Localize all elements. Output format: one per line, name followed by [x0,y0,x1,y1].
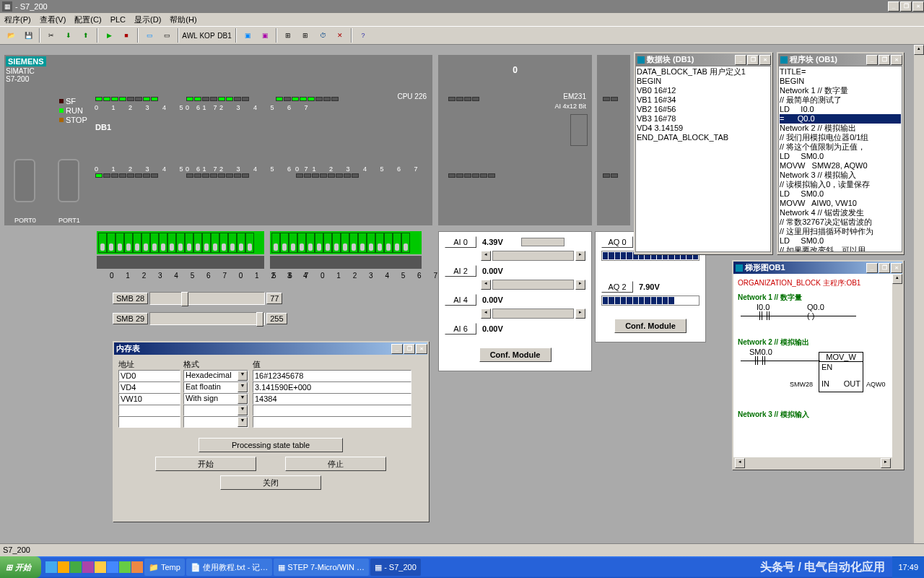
ob1-min[interactable]: _ [866,55,878,65]
memtable-min[interactable]: _ [391,344,403,354]
ai0-right[interactable]: ▸ [575,251,585,261]
menu-view[interactable]: 查看(V) [35,14,71,25]
terminal-strip-2[interactable]: for(let i=0;i<16;i++)document.write('<di… [270,231,422,254]
ql-6-icon[interactable] [107,561,118,573]
val-0[interactable] [253,370,411,381]
db1-close[interactable]: × [759,55,771,65]
conf-module-ai[interactable]: Conf. Module [479,348,552,362]
tool-block1-icon[interactable]: ▣ [240,27,256,43]
addr-0[interactable] [118,370,180,381]
ai4-right[interactable]: ▸ [575,309,585,319]
terminal-strip-1[interactable]: for(let i=0;i<18;i++)document.write('<di… [97,231,264,254]
ql-8-icon[interactable] [131,561,143,573]
port1[interactable] [58,159,79,202]
conf-module-aq[interactable]: Conf. Module [614,319,687,333]
ql-3-icon[interactable] [70,561,82,573]
ladder-titlebar[interactable]: 梯形图OB1 _❐× [733,262,902,274]
tool-stop-icon[interactable]: ■ [118,27,134,43]
tool-module1-icon[interactable]: ▭ [141,27,157,43]
ladder-vscroll[interactable]: ▴ [892,274,902,458]
db1-min[interactable]: _ [735,55,746,65]
memtable-max[interactable]: ❐ [404,344,415,354]
tool-open-icon[interactable]: 📂 [3,27,19,43]
fmt-2-dd[interactable]: ▼ [237,394,248,404]
tool-help-icon[interactable]: ? [355,27,371,43]
ai4-left[interactable]: ◂ [481,309,491,319]
ladder-close[interactable]: × [891,263,902,273]
tool-clock-icon[interactable]: ⏱ [315,27,331,43]
ob1-close[interactable]: × [891,55,902,65]
tool-db1[interactable]: DB1 [217,27,232,43]
ladder-max[interactable]: ❐ [879,263,890,273]
systray[interactable]: 17:49 [892,556,924,578]
val-1[interactable] [253,381,411,393]
menu-display[interactable]: 显示(D) [130,14,165,25]
fmt-3-dd[interactable]: ▼ [237,405,248,415]
task-temp[interactable]: 📁Temp [144,558,185,576]
addr-2[interactable] [118,393,180,405]
addr-4[interactable] [118,416,180,428]
ql-ie-icon[interactable] [45,561,57,573]
menu-plc[interactable]: PLC [106,15,130,24]
ladder-canvas[interactable]: ORGANIZATION_BLOCK 主程序:OB1 Network 1 // … [733,274,902,457]
tool-module2-icon[interactable]: ▭ [159,27,175,43]
tool-block2-icon[interactable]: ▣ [257,27,273,43]
ql-7-icon[interactable] [119,561,131,573]
tool-table-del-icon[interactable]: ⊞ [297,27,313,43]
ob1-code[interactable]: TITLE=BEGINNetwork 1 // 数字量// 最简单的测试了LD … [778,66,902,252]
task-s7200[interactable]: ▦- S7_200 [370,558,421,576]
ob1-titlebar[interactable]: 程序块 (OB1) _❐× [778,53,902,66]
ai2-left[interactable]: ◂ [481,280,491,290]
db1-code[interactable]: DATA_BLOCK_TAB 用户定义1BEGINVB0 16#12VB1 16… [635,66,771,252]
minimize-button[interactable]: _ [888,1,899,12]
menu-help[interactable]: 帮助(H) [165,14,201,25]
ladder-hscroll[interactable]: ◂▸ [735,458,891,468]
val-4[interactable] [253,416,411,428]
stop-button[interactable]: 停止 [285,457,386,471]
ql-2-icon[interactable] [58,561,69,573]
ladder-min[interactable]: _ [866,263,878,273]
smb28-slider[interactable] [149,292,265,305]
start-button[interactable]: ⊞开始 [0,556,41,578]
fmt-4-dd[interactable]: ▼ [237,417,248,427]
tool-awl[interactable]: AWL [182,27,198,43]
maximize-button[interactable]: ❐ [900,1,912,12]
menu-config[interactable]: 配置(C) [70,14,105,25]
process-state-button[interactable]: Processing state table [199,438,343,452]
ql-4-icon[interactable] [82,561,94,573]
ql-5-icon[interactable] [95,561,106,573]
port0[interactable] [14,159,35,202]
task-step7[interactable]: ▦STEP 7-Micro/WIN … [274,558,369,576]
fmt-0[interactable]: Hexadecimal [184,371,237,381]
db1-titlebar[interactable]: 数据块 (DB1) _❐× [635,53,771,66]
smb29-slider[interactable] [149,312,265,325]
tool-table1-icon[interactable]: ⊞ [280,27,296,43]
menu-program[interactable]: 程序(P) [0,14,35,25]
ai2-right[interactable]: ▸ [575,280,585,290]
ai0-scroll[interactable] [521,238,565,246]
ob1-max[interactable]: ❐ [879,55,890,65]
fmt-0-dd[interactable]: ▼ [237,371,248,381]
tool-upload-icon[interactable]: ⬆ [78,27,94,43]
tool-download-icon[interactable]: ⬇ [61,27,77,43]
db1-max[interactable]: ❐ [747,55,759,65]
memtable-close[interactable]: × [416,344,427,354]
workspace-vscroll[interactable]: ▴ [914,45,924,543]
fmt-2[interactable]: With sign [184,394,237,404]
tool-cut-icon[interactable]: ✂ [43,27,59,43]
tool-stop2-icon[interactable]: ✕ [332,27,348,43]
val-2[interactable] [253,393,411,405]
memtable-titlebar[interactable]: 内存表 _❐× [114,342,427,355]
tool-save-icon[interactable]: 💾 [20,27,36,43]
tool-run-icon[interactable]: ▶ [101,27,117,43]
addr-3[interactable] [118,405,180,416]
start-button[interactable]: 开始 [155,457,256,471]
close-button[interactable]: × [912,1,924,12]
fmt-1[interactable]: Eat floatin [184,382,237,392]
ai0-left[interactable]: ◂ [481,251,491,261]
task-txt[interactable]: 📄使用教程.txt - 记… [186,558,272,576]
tool-kop[interactable]: KOP [199,27,215,43]
fmt-1-dd[interactable]: ▼ [237,382,248,392]
close-button[interactable]: 关闭 [220,475,321,490]
addr-1[interactable] [118,381,180,393]
